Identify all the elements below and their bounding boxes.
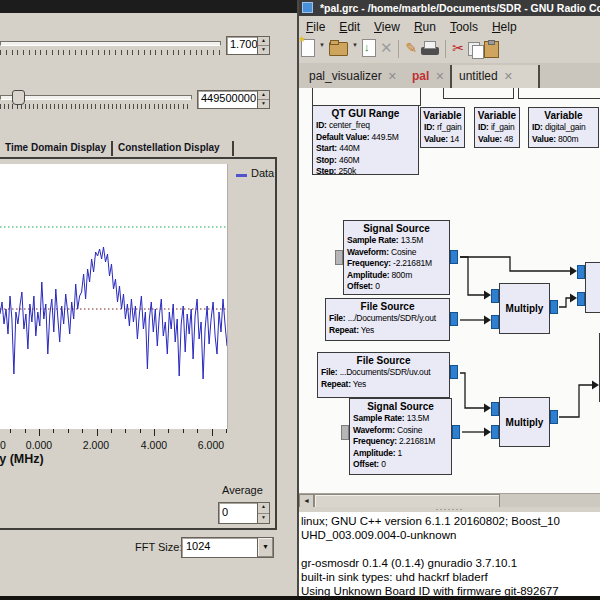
- average-label: Average: [222, 484, 263, 496]
- edit-icon[interactable]: ✎: [405, 39, 417, 59]
- slider-tick: [125, 104, 126, 109]
- console-line: UHD_003.009.004-0-unknown: [299, 528, 600, 542]
- display-tabbar: Time Domain Display Constellation Displa…: [0, 140, 297, 156]
- combo-dropdown-icon[interactable]: ▼: [257, 538, 273, 557]
- slider-tick: [150, 50, 151, 55]
- slider-tick: [158, 104, 159, 109]
- flowgraph-tab-pal_visualizer[interactable]: pal_visualizer✕: [302, 65, 414, 88]
- slider-tick: [154, 104, 155, 109]
- slider-tick: [58, 104, 59, 109]
- slider-tick: [66, 104, 67, 109]
- dropdown-icon[interactable]: ▼: [319, 39, 325, 59]
- x-axis-tick: [125, 429, 126, 433]
- menu-view[interactable]: View: [367, 16, 407, 36]
- cut-icon[interactable]: ✂: [452, 39, 464, 59]
- new-file-icon[interactable]: ★: [301, 39, 315, 59]
- tab-label: pal: [412, 69, 429, 83]
- tab-constellation-display[interactable]: Constellation Display: [118, 140, 220, 156]
- slider-tick: [121, 50, 122, 55]
- frequency-slider-handle[interactable]: [12, 90, 25, 105]
- scope-window: 1.700 ▲▼ 449500000 ▲▼ Time Domain Displa…: [0, 0, 297, 600]
- gain-spinbox[interactable]: 1.700 ▲▼: [226, 36, 270, 55]
- dropdown-icon[interactable]: ▼: [352, 39, 358, 59]
- print-icon[interactable]: [421, 39, 439, 59]
- slider-tick: [112, 104, 113, 109]
- grc-titlebar[interactable]: *pal.grc - /home/marble/Documents/SDR - …: [299, 0, 600, 16]
- slider-tick: [207, 50, 208, 55]
- copy-icon[interactable]: [468, 39, 480, 59]
- close-icon[interactable]: ✕: [380, 39, 393, 59]
- spin-down-icon[interactable]: ▼: [258, 46, 269, 54]
- slider-tick: [29, 50, 30, 55]
- x-axis-label-clip: Frequency (MHz): [0, 452, 160, 470]
- slider-tick: [116, 104, 117, 109]
- flowgraph-tab-untitled[interactable]: untitled✕: [450, 65, 540, 88]
- fft-size-combobox[interactable]: 1024 ▼: [181, 537, 274, 558]
- close-tab-icon[interactable]: ✕: [435, 70, 444, 82]
- average-spinbox[interactable]: 0 ▲▼: [218, 502, 270, 524]
- x-axis-tick: [53, 429, 54, 433]
- tab-time-domain-display[interactable]: Time Domain Display: [5, 140, 106, 156]
- spin-down-icon[interactable]: ▼: [258, 514, 269, 524]
- average-spin-buttons[interactable]: ▲▼: [257, 503, 269, 523]
- scope-titlebar-edge: [0, 0, 297, 13]
- slider-tick: [120, 104, 121, 109]
- slider-tick: [54, 104, 55, 109]
- gain-slider[interactable]: [0, 41, 221, 46]
- menu-tools[interactable]: Tools: [443, 16, 485, 36]
- slider-tick: [178, 50, 179, 55]
- slider-tick: [184, 50, 185, 55]
- spin-up-icon[interactable]: ▲: [258, 91, 269, 100]
- console-line: linux; GNU C++ version 6.1.1 20160802; B…: [299, 514, 600, 528]
- flowgraph-canvas[interactable]: QT GUI RangeID: center_freqDefault Value…: [299, 88, 600, 493]
- tab-label: untitled: [459, 69, 498, 83]
- spin-down-icon[interactable]: ▼: [258, 100, 269, 108]
- close-tab-icon[interactable]: ✕: [388, 70, 397, 82]
- console-line: gr-osmosdr 0.1.4 (0.1.4) gnuradio 3.7.10…: [299, 556, 600, 570]
- save-icon[interactable]: ↓: [362, 39, 376, 59]
- x-axis-tick-label-partial: 0: [0, 439, 6, 451]
- slider-tick: [52, 50, 53, 55]
- menu-file[interactable]: File: [299, 16, 332, 36]
- slider-tick: [46, 104, 47, 109]
- spin-up-icon[interactable]: ▲: [258, 503, 269, 514]
- paste-icon[interactable]: [484, 39, 499, 59]
- menu-edit[interactable]: Edit: [332, 16, 367, 36]
- slider-tick: [92, 50, 93, 55]
- slider-tick: [35, 50, 36, 55]
- slider-tick: [83, 104, 84, 109]
- gain-spin-buttons[interactable]: ▲▼: [257, 37, 269, 54]
- slider-tick: [137, 104, 138, 109]
- slider-tick: [162, 104, 163, 109]
- close-tab-icon[interactable]: ✕: [504, 70, 513, 82]
- slider-tick: [4, 104, 5, 109]
- slider-tick: [145, 104, 146, 109]
- gain-slider-ticks: [0, 50, 219, 56]
- x-axis-label: Frequency (MHz): [0, 452, 44, 466]
- slider-tick: [71, 104, 72, 109]
- x-axis-tick: [212, 429, 213, 436]
- slider-tick: [12, 50, 13, 55]
- gain-value: 1.700: [227, 37, 257, 54]
- x-axis-tick: [82, 429, 83, 433]
- open-folder-icon[interactable]: [329, 39, 348, 59]
- fft-size-label: FFT Size:: [135, 541, 182, 553]
- slider-tick: [133, 104, 134, 109]
- x-axis-tick: [111, 429, 112, 433]
- slider-tick: [6, 50, 7, 55]
- menu-help[interactable]: Help: [485, 16, 524, 36]
- x-axis-tick-label: 2.000: [83, 439, 109, 451]
- slider-tick: [87, 104, 88, 109]
- frequency-spin-buttons[interactable]: ▲▼: [257, 91, 269, 108]
- x-axis-tick: [168, 429, 169, 433]
- slider-tick: [167, 50, 168, 55]
- slider-tick: [23, 50, 24, 55]
- menu-run[interactable]: Run: [407, 16, 443, 36]
- slider-tick: [46, 50, 47, 55]
- frequency-slider[interactable]: [0, 95, 192, 100]
- x-axis-tick: [39, 429, 40, 436]
- grc-app-icon: [302, 2, 313, 13]
- spin-up-icon[interactable]: ▲: [258, 37, 269, 46]
- x-axis-tick: [97, 429, 98, 436]
- frequency-spinbox[interactable]: 449500000 ▲▼: [197, 90, 270, 109]
